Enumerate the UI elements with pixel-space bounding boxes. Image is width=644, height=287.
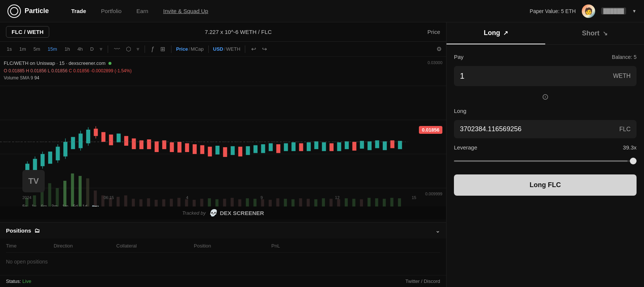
tab-short[interactable]: Short ↘: [545, 22, 644, 44]
current-price-tag: 0.01856: [419, 126, 442, 134]
x-label-2024: 2024: [22, 195, 31, 200]
volume-label: Volume SMA 9: [4, 75, 34, 81]
svg-rect-108: [367, 141, 372, 150]
trade-form: Pay Balance: 5 1 WETH ⊙ Long 3702384.116…: [446, 45, 644, 287]
nav-invite[interactable]: Invite & Squad Up: [163, 6, 208, 16]
price-label: Price: [427, 29, 440, 35]
nav-earn[interactable]: Earn: [136, 6, 148, 16]
pair-selector[interactable]: FLC / WETH: [6, 26, 49, 38]
svg-rect-91: [238, 147, 242, 157]
divider-5: [245, 45, 245, 53]
status-bar: Status: Live Twitter / Discord: [0, 275, 446, 287]
long-tab-label: Long: [484, 29, 500, 37]
svg-rect-10: [71, 173, 74, 207]
dex-screener-label: DEX SCREENER: [220, 210, 264, 216]
svg-rect-75: [117, 133, 121, 142]
long-input-box[interactable]: 3702384.116569256 FLC: [454, 120, 637, 138]
dex-icon: 💀: [209, 209, 217, 217]
svg-rect-76: [124, 136, 128, 146]
chart-header: FLC / WETH 7.227 x 10^-6 WETH / FLC Pric…: [0, 22, 446, 42]
social-links[interactable]: Twitter / Discord: [405, 278, 440, 284]
svg-rect-97: [284, 143, 288, 151]
svg-rect-98: [291, 142, 296, 151]
leverage-value: 39.3x: [623, 144, 637, 151]
left-panel: FLC / WETH 7.227 x 10^-6 WETH / FLC Pric…: [0, 22, 446, 287]
svg-rect-84: [185, 143, 189, 152]
logo-area[interactable]: Particle: [7, 4, 49, 18]
pay-label: Pay: [454, 54, 464, 60]
timeframe-1s[interactable]: 1s: [4, 45, 14, 53]
header-right: Paper Value: 5 ETH 🧑 ██████ ▼: [530, 4, 637, 18]
low-val: L 0.01856: [48, 68, 69, 73]
pay-value[interactable]: 1: [460, 71, 464, 81]
tab-long[interactable]: Long ↗: [446, 22, 545, 44]
undo-icon[interactable]: ↩: [250, 44, 258, 54]
x-label-0615: 06:15: [104, 195, 114, 200]
positions-header: Time Direction Collateral Position PnL: [6, 243, 440, 253]
svg-rect-109: [375, 141, 379, 148]
positions-bar[interactable]: Positions 🗂 ⌄: [0, 222, 446, 239]
y-label-bottom: 0.009999: [425, 192, 442, 196]
long-flc-button[interactable]: Long FLC: [454, 174, 637, 196]
redo-icon[interactable]: ↪: [261, 44, 268, 54]
positions-label: Positions: [6, 227, 31, 234]
high-val: H 0.01856: [26, 68, 48, 73]
chart-area: FLC/WETH on Uniswap · 15 · dexscreener.c…: [0, 57, 446, 222]
svg-rect-92: [246, 146, 250, 155]
timeframe-4h[interactable]: 4h: [75, 45, 85, 53]
svg-rect-78: [139, 141, 143, 149]
pay-header-row: Pay Balance: 5: [454, 54, 637, 60]
layout-icon[interactable]: ⊞: [159, 44, 167, 54]
user-dropdown-chevron[interactable]: ▼: [632, 9, 637, 14]
usd-weth-toggle[interactable]: USD / WETH: [213, 46, 240, 52]
nav-portfolio[interactable]: Portfolio: [101, 6, 121, 16]
main-layout: FLC / WETH 7.227 x 10^-6 WETH / FLC Pric…: [0, 22, 644, 287]
timeframe-1h[interactable]: 1h: [62, 45, 72, 53]
tracked-by-label: Tracked by: [182, 210, 206, 216]
avatar[interactable]: 🧑: [582, 4, 595, 18]
svg-rect-95: [269, 143, 273, 151]
positions-chevron[interactable]: ⌄: [435, 227, 440, 234]
leverage-slider[interactable]: [454, 157, 637, 165]
timeframe-d[interactable]: D: [88, 45, 96, 53]
bar-chart-icon[interactable]: ⬡: [124, 44, 133, 54]
svg-rect-104: [337, 142, 341, 151]
svg-rect-85: [193, 144, 197, 154]
right-panel: Long ↗ Short ↘ Pay Balance: 5 1 WETH ⊙ L…: [446, 22, 644, 287]
swap-icon[interactable]: ⊙: [454, 92, 637, 102]
long-value: 3702384.116569256: [460, 125, 521, 133]
usd-btn[interactable]: USD: [213, 46, 223, 52]
col-direction: Direction: [54, 243, 113, 249]
slash-2: /: [224, 46, 225, 52]
x-label-12: 12: [335, 195, 340, 200]
volume-row: Volume SMA 9 94: [4, 75, 132, 82]
svg-rect-83: [177, 142, 181, 153]
col-pnl: PnL: [271, 243, 346, 249]
x-label-4: 4: [186, 195, 188, 200]
pay-input-box[interactable]: 1 WETH: [454, 66, 637, 86]
svg-rect-111: [390, 141, 394, 148]
slider-thumb[interactable]: [630, 158, 637, 164]
timeframe-15m[interactable]: 15m: [45, 45, 59, 53]
timeframe-1m[interactable]: 1m: [17, 45, 28, 53]
svg-rect-105: [345, 141, 349, 149]
timeframe-5m[interactable]: 5m: [31, 45, 42, 53]
close-val: C 0.01856: [69, 68, 91, 73]
mcap-btn[interactable]: MCap: [191, 46, 204, 52]
settings-icon[interactable]: ⚙: [436, 45, 442, 53]
line-chart-icon[interactable]: 〰: [113, 44, 121, 54]
divider-1: [108, 45, 108, 53]
price-btn[interactable]: Price: [176, 46, 188, 52]
positions-title: Positions 🗂: [6, 227, 40, 234]
ohlc-row: O 0.01885 H 0.01856 L 0.01856 C 0.01856 …: [4, 67, 132, 75]
price-display: 7.227 x 10^-6 WETH / FLC: [49, 29, 427, 35]
weth-btn[interactable]: WETH: [226, 46, 240, 52]
svg-rect-106: [352, 142, 356, 151]
price-mcap-toggle[interactable]: Price / MCap: [176, 46, 203, 52]
long-section-label: Long: [454, 108, 637, 114]
svg-rect-79: [147, 139, 151, 149]
indicators-icon[interactable]: ƒ: [149, 44, 156, 54]
nav-trade[interactable]: Trade: [71, 6, 86, 16]
svg-rect-93: [253, 145, 258, 153]
leverage-row: Leverage 39.3x: [454, 144, 637, 151]
